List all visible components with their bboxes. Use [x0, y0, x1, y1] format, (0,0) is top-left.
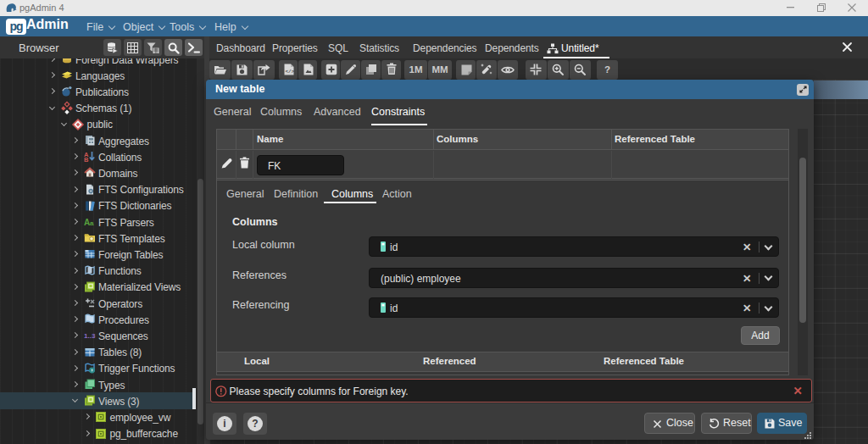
svg-text:1..3: 1..3	[84, 332, 96, 340]
svg-text:a: a	[90, 219, 94, 227]
svg-text:B: B	[84, 156, 89, 164]
svg-text:</>: </>	[286, 68, 295, 74]
